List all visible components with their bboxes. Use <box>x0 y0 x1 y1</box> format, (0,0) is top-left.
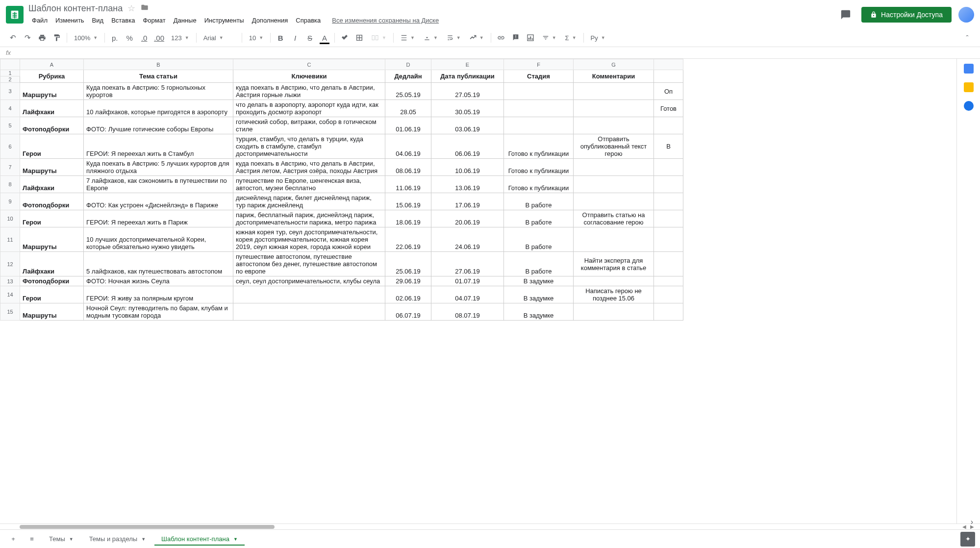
redo-button[interactable]: ↷ <box>21 31 34 45</box>
font-select[interactable]: Arial▼ <box>200 31 239 45</box>
cell-extra[interactable] <box>654 193 683 210</box>
cell-pubdate[interactable]: 30.05.19 <box>431 100 504 117</box>
number-format-select[interactable]: 123▼ <box>167 31 193 45</box>
cell-stage[interactable]: Опубликовано <box>504 117 574 134</box>
cell-deadline[interactable]: 08.06.19 <box>385 159 431 176</box>
cell-comment[interactable] <box>574 276 654 286</box>
cell-extra[interactable] <box>654 176 683 193</box>
horizontal-scrollbar[interactable]: ◀▶ <box>0 523 980 529</box>
keep-icon[interactable] <box>964 82 974 92</box>
row-header-1[interactable]: 1 <box>0 70 20 76</box>
row-header-3[interactable]: 3 <box>0 83 20 100</box>
cell-extra[interactable]: Готов <box>654 100 683 117</box>
row-header-9[interactable]: 9 <box>0 193 20 210</box>
cell-rubric[interactable]: Герои <box>20 286 84 303</box>
cell-extra[interactable] <box>654 210 683 227</box>
strikethrough-button[interactable]: S <box>303 31 317 45</box>
menu-вставка[interactable]: Вставка <box>108 15 138 26</box>
add-sheet-button[interactable]: + <box>5 532 22 547</box>
explore-button[interactable]: ✦ <box>960 532 975 547</box>
cell-keywords[interactable]: южная корея тур, сеул достопримечательно… <box>233 227 385 252</box>
row-header-2[interactable]: 2 <box>0 76 20 83</box>
italic-button[interactable]: I <box>288 31 302 45</box>
cell-pubdate[interactable]: 10.06.19 <box>431 159 504 176</box>
cell-keywords[interactable]: сеул, сеул достопримечательности, клубы … <box>233 276 385 286</box>
cell-rubric[interactable]: Фотоподборки <box>20 117 84 134</box>
cell-pubdate[interactable]: 01.07.19 <box>431 276 504 286</box>
col-header-A[interactable]: A <box>20 59 84 70</box>
cell-keywords[interactable]: турция, стамбул, что делать в турции, ку… <box>233 134 385 159</box>
cell-rubric[interactable]: Лайфхаки <box>20 252 84 276</box>
cell-deadline[interactable]: 28.05 <box>385 100 431 117</box>
header-f[interactable]: Стадия <box>504 70 574 83</box>
side-panel-toggle[interactable]: › <box>971 518 973 526</box>
cell-comment[interactable] <box>574 117 654 134</box>
star-icon[interactable]: ☆ <box>127 3 135 14</box>
borders-button[interactable] <box>352 31 366 45</box>
cell-topic[interactable]: ФОТО: Как устроен «Диснейлэнд» в Париже <box>84 193 233 210</box>
cell-topic[interactable]: 7 лайфхаков, как сэкономить в путешестви… <box>84 176 233 193</box>
formula-input[interactable] <box>20 49 974 56</box>
cell-topic[interactable]: Куда поехать в Австрию: 5 горнолыхных ку… <box>84 83 233 100</box>
sheet-tab[interactable]: Темы и разделы▼ <box>82 532 152 546</box>
cell-rubric[interactable]: Маршруты <box>20 83 84 100</box>
text-color-button[interactable]: A <box>318 31 331 45</box>
cell-stage[interactable]: В задумке <box>504 276 574 286</box>
sheet-area[interactable]: ABCDEFG1РубрикаТема статьиКлючевикиДедла… <box>0 59 956 523</box>
col-header-E[interactable]: E <box>431 59 504 70</box>
cell-topic[interactable]: Куда поехать в Австрию: 5 лучших курорто… <box>84 159 233 176</box>
cell-comment[interactable] <box>574 176 654 193</box>
cell-stage[interactable]: В работе <box>504 193 574 210</box>
calendar-icon[interactable] <box>964 64 974 74</box>
cell-rubric[interactable]: Лайфхаки <box>20 100 84 117</box>
cell-extra[interactable] <box>654 252 683 276</box>
cell-rubric[interactable]: Маршруты <box>20 159 84 176</box>
cell-comment[interactable] <box>574 193 654 210</box>
cell-extra[interactable]: Оп <box>654 83 683 100</box>
cell-stage[interactable]: Опубликовано <box>504 100 574 117</box>
document-title[interactable]: Шаблон контент-плана <box>28 3 123 14</box>
cell-topic[interactable]: 10 лучших достопримечательной Кореи, кот… <box>84 227 233 252</box>
cell-deadline[interactable]: 18.06.19 <box>385 210 431 227</box>
fill-color-button[interactable] <box>338 31 352 45</box>
menu-справка[interactable]: Справка <box>292 15 324 26</box>
cell-keywords[interactable] <box>233 303 385 321</box>
cell-extra[interactable] <box>654 286 683 303</box>
col-header-D[interactable]: D <box>385 59 431 70</box>
cell-comment[interactable]: Написать герою не позднее 15.06 <box>574 286 654 303</box>
cell-rubric[interactable]: Маршруты <box>20 303 84 321</box>
cell-pubdate[interactable]: 27.05.19 <box>431 83 504 100</box>
cell-deadline[interactable]: 22.06.19 <box>385 227 431 252</box>
print-button[interactable] <box>35 31 49 45</box>
cell-deadline[interactable]: 25.05.19 <box>385 83 431 100</box>
cell-deadline[interactable]: 15.06.19 <box>385 193 431 210</box>
comments-button[interactable] <box>837 6 854 24</box>
cell-stage[interactable]: Готово к публикации <box>504 134 574 159</box>
menu-дополнения[interactable]: Дополнения <box>249 15 292 26</box>
row-header-11[interactable]: 11 <box>0 227 20 252</box>
row-header-7[interactable]: 7 <box>0 159 20 176</box>
cell-stage[interactable]: Готово к публикации <box>504 176 574 193</box>
cell-stage[interactable]: В задумке <box>504 286 574 303</box>
menu-данные[interactable]: Данные <box>170 15 200 26</box>
cell-pubdate[interactable]: 27.06.19 <box>431 252 504 276</box>
cell-topic[interactable]: ГЕРОИ: Я живу за полярным кругом <box>84 286 233 303</box>
menu-файл[interactable]: Файл <box>28 15 51 26</box>
cell-deadline[interactable]: 01.06.19 <box>385 117 431 134</box>
decrease-decimal-button[interactable]: .0 <box>137 31 151 45</box>
zoom-select[interactable]: 100%▼ <box>70 31 101 45</box>
saved-status[interactable]: Все изменения сохранены на Диске <box>332 17 439 24</box>
cell-stage[interactable]: В работе <box>504 210 574 227</box>
cell-keywords[interactable] <box>233 286 385 303</box>
cell-deadline[interactable]: 02.06.19 <box>385 286 431 303</box>
rotate-button[interactable]: ▼ <box>466 31 488 45</box>
increase-decimal-button[interactable]: .00 <box>152 31 166 45</box>
cell-deadline[interactable]: 04.06.19 <box>385 134 431 159</box>
cell-comment[interactable] <box>574 100 654 117</box>
cell-deadline[interactable]: 29.06.19 <box>385 276 431 286</box>
menu-вид[interactable]: Вид <box>89 15 107 26</box>
cell-comment[interactable] <box>574 159 654 176</box>
font-size-select[interactable]: 10▼ <box>245 31 267 45</box>
folder-icon[interactable] <box>140 3 149 14</box>
cell-extra[interactable] <box>654 303 683 321</box>
